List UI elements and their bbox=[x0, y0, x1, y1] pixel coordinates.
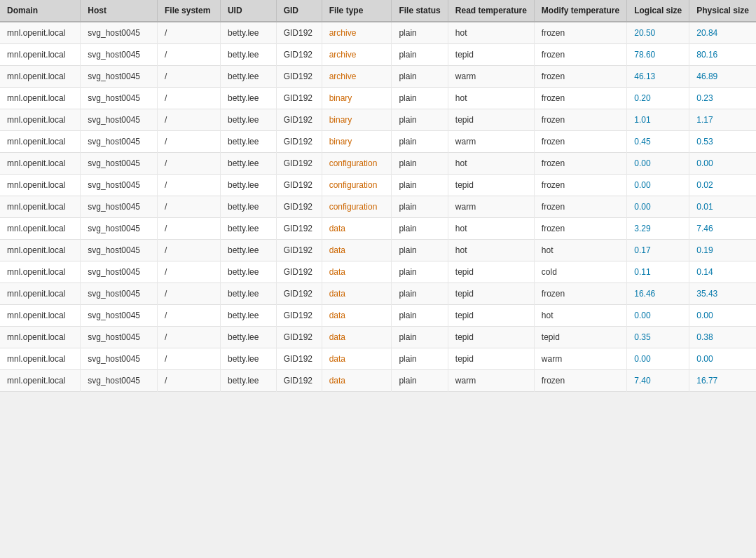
table-cell: / bbox=[158, 305, 221, 327]
table-cell: / bbox=[158, 348, 221, 370]
table-cell: GID192 bbox=[276, 348, 322, 370]
table-cell: GID192 bbox=[276, 109, 322, 131]
table-cell: betty.lee bbox=[220, 305, 276, 327]
header-logicalsize[interactable]: Logical size bbox=[627, 0, 689, 22]
table-cell: 46.13 bbox=[627, 66, 689, 88]
table-cell: / bbox=[158, 196, 221, 218]
header-domain[interactable]: Domain bbox=[0, 0, 81, 22]
table-cell: / bbox=[158, 131, 221, 153]
table-cell: warm bbox=[448, 370, 534, 392]
table-cell: mnl.openit.local bbox=[0, 348, 81, 370]
table-cell: / bbox=[158, 261, 221, 283]
table-cell: 0.00 bbox=[627, 305, 689, 327]
header-filesystem[interactable]: File system bbox=[158, 0, 221, 22]
table-cell: 0.00 bbox=[689, 305, 756, 327]
table-row: mnl.openit.localsvg_host0045/betty.leeGI… bbox=[0, 218, 756, 240]
table-cell: plain bbox=[392, 88, 448, 109]
table-cell: svg_host0045 bbox=[81, 370, 158, 392]
table-row: mnl.openit.localsvg_host0045/betty.leeGI… bbox=[0, 44, 756, 66]
table-cell: mnl.openit.local bbox=[0, 370, 81, 392]
table-cell: configuration bbox=[322, 196, 392, 218]
table-cell: warm bbox=[534, 348, 626, 370]
table-cell: / bbox=[158, 218, 221, 240]
table-cell: / bbox=[158, 153, 221, 175]
table-cell: svg_host0045 bbox=[81, 153, 158, 175]
table-cell: 0.19 bbox=[689, 240, 756, 261]
header-readtemp[interactable]: Read temperature bbox=[448, 0, 534, 22]
table-cell: betty.lee bbox=[220, 44, 276, 66]
table-cell: tepid bbox=[448, 327, 534, 348]
table-cell: mnl.openit.local bbox=[0, 44, 81, 66]
table-cell: svg_host0045 bbox=[81, 22, 158, 44]
table-cell: 1.17 bbox=[689, 109, 756, 131]
table-cell: 80.16 bbox=[689, 44, 756, 66]
table-cell: mnl.openit.local bbox=[0, 261, 81, 283]
table-row: mnl.openit.localsvg_host0045/betty.leeGI… bbox=[0, 88, 756, 109]
table-cell: betty.lee bbox=[220, 175, 276, 196]
table-cell: 16.77 bbox=[689, 370, 756, 392]
table-cell: frozen bbox=[534, 44, 626, 66]
header-host[interactable]: Host bbox=[81, 0, 158, 22]
table-cell: plain bbox=[392, 196, 448, 218]
table-cell: warm bbox=[448, 196, 534, 218]
table-row: mnl.openit.localsvg_host0045/betty.leeGI… bbox=[0, 66, 756, 88]
table-cell: plain bbox=[392, 305, 448, 327]
table-cell: mnl.openit.local bbox=[0, 218, 81, 240]
table-cell: 0.00 bbox=[627, 153, 689, 175]
table-cell: 78.60 bbox=[627, 44, 689, 66]
table-row: mnl.openit.localsvg_host0045/betty.leeGI… bbox=[0, 261, 756, 283]
table-row: mnl.openit.localsvg_host0045/betty.leeGI… bbox=[0, 305, 756, 327]
table-cell: svg_host0045 bbox=[81, 196, 158, 218]
table-cell: betty.lee bbox=[220, 218, 276, 240]
table-cell: data bbox=[322, 348, 392, 370]
table-cell: / bbox=[158, 88, 221, 109]
table-cell: GID192 bbox=[276, 240, 322, 261]
header-filestatus[interactable]: File status bbox=[392, 0, 448, 22]
table-cell: GID192 bbox=[276, 327, 322, 348]
table-cell: 0.01 bbox=[689, 196, 756, 218]
table-cell: betty.lee bbox=[220, 66, 276, 88]
header-modifytemp[interactable]: Modify temperature bbox=[534, 0, 626, 22]
table-cell: data bbox=[322, 370, 392, 392]
table-cell: 0.00 bbox=[689, 153, 756, 175]
table-cell: mnl.openit.local bbox=[0, 153, 81, 175]
table-cell: mnl.openit.local bbox=[0, 66, 81, 88]
table-row: mnl.openit.localsvg_host0045/betty.leeGI… bbox=[0, 109, 756, 131]
table-cell: svg_host0045 bbox=[81, 305, 158, 327]
table-cell: svg_host0045 bbox=[81, 283, 158, 305]
table-cell: GID192 bbox=[276, 44, 322, 66]
table-cell: betty.lee bbox=[220, 240, 276, 261]
table-cell: betty.lee bbox=[220, 22, 276, 44]
table-cell: binary bbox=[322, 131, 392, 153]
table-cell: / bbox=[158, 44, 221, 66]
table-cell: hot bbox=[448, 88, 534, 109]
header-gid[interactable]: GID bbox=[276, 0, 322, 22]
table-cell: 0.00 bbox=[627, 348, 689, 370]
table-cell: plain bbox=[392, 327, 448, 348]
header-physicalsize[interactable]: Physical size bbox=[689, 0, 756, 22]
table-cell: / bbox=[158, 175, 221, 196]
table-cell: 0.11 bbox=[627, 261, 689, 283]
table-cell: warm bbox=[448, 131, 534, 153]
header-uid[interactable]: UID bbox=[220, 0, 276, 22]
table-cell: tepid bbox=[448, 305, 534, 327]
table-container: Domain Host File system UID GID File typ… bbox=[0, 0, 756, 392]
table-cell: svg_host0045 bbox=[81, 261, 158, 283]
table-row: mnl.openit.localsvg_host0045/betty.leeGI… bbox=[0, 175, 756, 196]
table-cell: svg_host0045 bbox=[81, 348, 158, 370]
table-cell: plain bbox=[392, 44, 448, 66]
table-cell: betty.lee bbox=[220, 261, 276, 283]
table-cell: mnl.openit.local bbox=[0, 131, 81, 153]
table-cell: plain bbox=[392, 109, 448, 131]
table-cell: mnl.openit.local bbox=[0, 283, 81, 305]
table-cell: GID192 bbox=[276, 88, 322, 109]
table-cell: mnl.openit.local bbox=[0, 327, 81, 348]
table-cell: 0.35 bbox=[627, 327, 689, 348]
table-cell: frozen bbox=[534, 196, 626, 218]
table-cell: GID192 bbox=[276, 305, 322, 327]
header-filetype[interactable]: File type bbox=[322, 0, 392, 22]
table-cell: plain bbox=[392, 153, 448, 175]
table-cell: 7.40 bbox=[627, 370, 689, 392]
table-cell: mnl.openit.local bbox=[0, 175, 81, 196]
table-cell: plain bbox=[392, 66, 448, 88]
